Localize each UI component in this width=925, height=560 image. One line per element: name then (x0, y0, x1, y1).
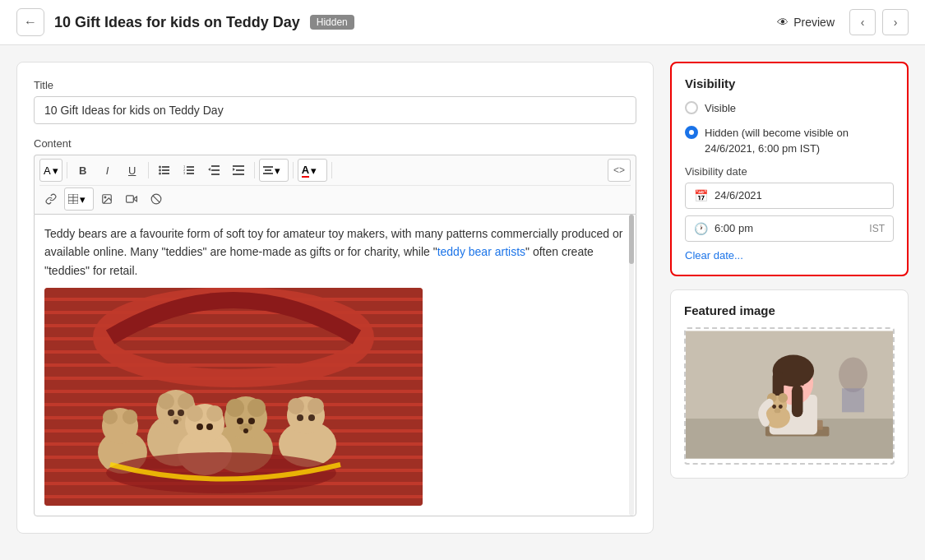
hidden-option[interactable]: Hidden (will become visible on 24/6/2021… (685, 125, 894, 157)
main-content: Title Content A ▾ B I U 123 (0, 45, 925, 550)
nav-prev-button[interactable]: ‹ (849, 9, 876, 35)
svg-point-99 (778, 393, 788, 403)
italic-button[interactable]: I (96, 159, 119, 182)
eye-icon: 👁 (777, 16, 789, 29)
underline-button[interactable]: U (121, 159, 144, 182)
teddy-bears-image (44, 288, 423, 506)
table-chevron: ▾ (80, 193, 86, 206)
svg-point-54 (158, 393, 174, 410)
svg-point-76 (103, 410, 118, 424)
svg-point-81 (206, 405, 223, 422)
teddy-image-svg (44, 288, 423, 506)
clear-date-link[interactable]: Clear date... (685, 249, 743, 261)
list-ul-icon (159, 164, 170, 176)
header: ← 10 Gift Ideas for kids on Teddy Day Hi… (0, 0, 925, 45)
font-size-label: A (44, 164, 51, 177)
toolbar-row-1: A ▾ B I U 123 (39, 159, 631, 182)
status-badge: Hidden (310, 15, 354, 30)
date-input-row[interactable]: 📅 24/6/2021 (685, 183, 894, 209)
right-panel: Visibility Visible Hidden (will become v… (670, 62, 909, 534)
align-icon (263, 166, 273, 174)
svg-point-64 (237, 418, 243, 424)
clock-icon: 🕐 (694, 222, 708, 235)
visible-option[interactable]: Visible (685, 100, 894, 117)
indent-increase-icon (233, 165, 244, 175)
svg-point-77 (123, 410, 137, 424)
time-input-row[interactable]: 🕐 6:00 pm IST (685, 215, 894, 242)
scroll-thumb[interactable] (629, 215, 634, 264)
svg-point-70 (288, 398, 304, 414)
toolbar-sep-1 (67, 162, 67, 178)
image-button[interactable] (95, 187, 118, 211)
svg-point-82 (197, 423, 203, 430)
timezone-label: IST (869, 223, 885, 234)
svg-rect-16 (233, 165, 244, 167)
toolbar-sep-3 (254, 162, 255, 178)
nav-next-button[interactable]: › (882, 9, 909, 35)
editor-toolbar: A ▾ B I U 123 (34, 155, 636, 214)
hidden-radio[interactable] (685, 126, 698, 139)
list-ol-icon: 123 (183, 164, 195, 176)
editor-content: Teddy bears are a favourite form of soft… (44, 224, 626, 506)
editor-area[interactable]: Teddy bears are a favourite form of soft… (34, 214, 636, 516)
time-value: 6:00 pm (715, 222, 753, 234)
svg-point-73 (308, 414, 315, 421)
hidden-label: Hidden (will become visible on 24/6/2021… (705, 125, 894, 157)
svg-rect-22 (263, 173, 273, 174)
svg-point-63 (247, 399, 266, 417)
svg-marker-15 (208, 168, 210, 171)
visible-radio[interactable] (685, 101, 698, 114)
font-color-label: A (302, 164, 309, 178)
svg-text:3: 3 (183, 171, 186, 175)
svg-point-56 (168, 410, 174, 416)
block-icon (150, 193, 162, 205)
svg-point-100 (772, 405, 776, 409)
preview-button[interactable]: 👁 Preview (769, 11, 843, 34)
video-button[interactable] (120, 187, 143, 211)
video-icon (126, 193, 137, 205)
indent-increase-button[interactable] (227, 159, 250, 182)
svg-point-4 (159, 169, 161, 172)
svg-point-71 (308, 398, 324, 414)
link-button[interactable] (39, 187, 62, 211)
code-button[interactable]: <> (608, 159, 631, 182)
link-icon (45, 193, 57, 205)
date-label: Visibility date (685, 165, 894, 178)
svg-rect-7 (187, 169, 194, 171)
list-ul-button[interactable] (153, 159, 176, 182)
svg-rect-95 (792, 385, 803, 417)
visibility-card: Visibility Visible Hidden (will become v… (670, 62, 909, 276)
image-icon (101, 193, 113, 205)
table-button[interactable]: ▾ (64, 187, 94, 211)
svg-point-87 (839, 357, 867, 392)
svg-line-32 (153, 196, 160, 202)
svg-rect-2 (162, 173, 169, 174)
date-value: 24/6/2021 (715, 189, 762, 201)
list-ol-button[interactable]: 123 (178, 159, 201, 182)
font-color-button[interactable]: A ▾ (298, 159, 327, 182)
svg-rect-13 (211, 169, 220, 171)
svg-point-62 (226, 399, 244, 417)
font-size-button[interactable]: A ▾ (39, 159, 62, 182)
indent-decrease-button[interactable] (202, 159, 225, 182)
svg-marker-29 (133, 197, 136, 201)
align-button[interactable]: ▾ (259, 159, 289, 182)
teddy-artists-link[interactable]: teddy bear artists (437, 245, 525, 258)
calendar-icon: 📅 (694, 189, 708, 202)
svg-point-67 (243, 428, 248, 433)
svg-point-5 (159, 173, 161, 175)
svg-point-102 (775, 408, 781, 413)
content-label: Content (34, 137, 636, 150)
svg-rect-88 (842, 388, 864, 412)
svg-rect-30 (127, 196, 134, 202)
block-button[interactable] (145, 187, 168, 211)
featured-image-wrapper[interactable] (684, 327, 895, 465)
back-button[interactable]: ← (16, 8, 44, 36)
featured-card: Featured image (670, 289, 909, 479)
bold-button[interactable]: B (72, 159, 95, 182)
svg-point-59 (173, 419, 178, 424)
title-input[interactable] (34, 96, 636, 124)
svg-rect-50 (44, 498, 423, 506)
visibility-title: Visibility (685, 76, 894, 90)
font-size-chevron: ▾ (53, 164, 58, 177)
